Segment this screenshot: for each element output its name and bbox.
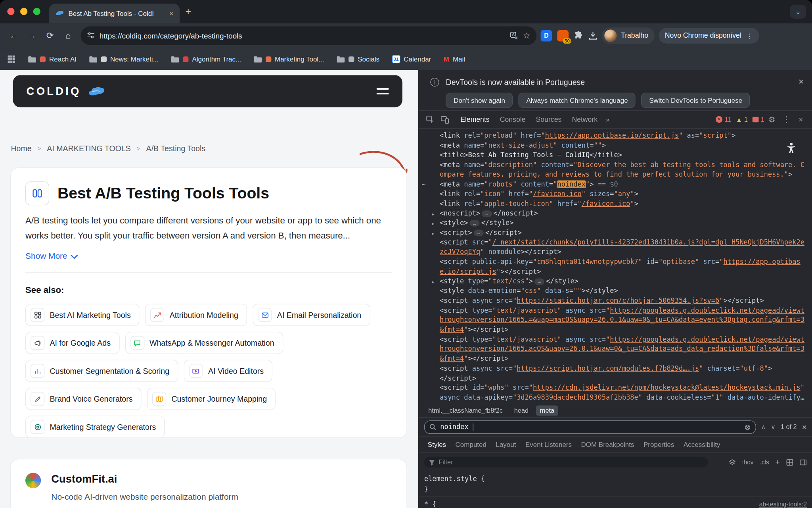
profile-chip[interactable]: Trabalho [602,27,655,44]
styles-tab-styles[interactable]: Styles [423,437,451,451]
category-chip[interactable]: WhatsApp & Messenger Automation [125,332,283,354]
dom-node-line[interactable]: &fmt=4"></script> [419,325,812,335]
warnings-badge[interactable]: ▲1 [736,116,748,123]
downloads-icon[interactable] [588,31,598,40]
dom-node-line[interactable]: async data-apikey="3d26a9839dacdechd1930… [419,393,812,402]
dom-node-line[interactable]: <script src="/_next/static/chunks/polyfi… [419,238,812,247]
url-text[interactable]: https://coldiq.com/category/ab-testing-t… [100,31,506,40]
dom-node-line[interactable]: <script async src="https://static.hotjar… [419,296,812,306]
styles-tab-layout[interactable]: Layout [491,437,521,451]
extension-seo-icon[interactable]: 50 [557,30,569,41]
dom-node-line[interactable]: </script> [419,373,812,383]
class-button[interactable]: .cls [760,458,769,466]
translate-icon[interactable]: Aa [510,31,518,40]
category-chip[interactable]: Customer Segmentation & Scoring [25,360,178,382]
breadcrumb-item[interactable]: A/B Testing Tools [146,144,206,153]
dom-node-line[interactable]: <title>Best Ab Testing Tools — ColdIQ</t… [419,150,812,160]
new-tab-button[interactable]: + [186,6,192,17]
extensions-puzzle-icon[interactable] [574,31,583,40]
apps-grid-icon[interactable] [7,55,15,63]
search-close-icon[interactable]: × [802,422,807,432]
dom-node-line[interactable]: <link rel="preload" href="https://app.op… [419,131,812,140]
dom-node-line[interactable]: <script id="wphs" src="https://cdn.jsdel… [419,383,812,393]
dom-node-line[interactable]: <meta name="next-size-adjust" content=""… [419,141,812,150]
dom-node-line[interactable]: <script async src="https://script.hotjar… [419,364,812,373]
match-chrome-language-button[interactable]: Always match Chrome's language [519,93,636,108]
category-chip[interactable]: Best AI Marketing Tools [25,304,140,326]
dom-crumb[interactable]: html.__className_fb8f2c [424,405,507,416]
hover-state-button[interactable]: :hov [742,458,754,466]
devtools-tab-elements[interactable]: Elements [455,112,495,126]
tab-close-icon[interactable]: × [169,10,174,18]
dom-node-line[interactable]: &fmt=4"></script> [419,354,812,364]
category-chip[interactable]: Marketing Strategy Generators [25,416,165,438]
dom-node-line[interactable]: ▶<style>…</style> [419,218,812,228]
more-tabs-icon[interactable]: » [603,115,612,123]
dom-node-line[interactable]: <script type="text/javascript" async src… [419,335,812,344]
dom-crumb[interactable]: meta [536,405,558,416]
computed-grid-icon[interactable] [786,458,793,466]
forward-button[interactable]: → [23,27,40,44]
tool-listing-card[interactable]: CustomFit.ai No-code AI-driven website p… [10,459,407,508]
hamburger-menu-icon[interactable] [377,88,389,94]
dom-node-line[interactable]: <meta name="description" content="Discov… [419,160,812,170]
bookmark-item[interactable]: Socials [337,55,379,63]
dom-node-line[interactable]: ▶<style type="text/css">…</style> [419,277,812,286]
bookmark-item[interactable]: News: Marketi... [89,55,158,63]
dom-node-line[interactable]: e.io/script.js"></script> [419,267,812,276]
sidebar-toggle-icon[interactable] [800,458,807,466]
switch-devtools-portuguese-button[interactable]: Switch DevTools to Portuguese [642,93,750,108]
menu-kebab-icon[interactable]: ⋮ [746,31,753,40]
dom-node-line[interactable]: ▶<script>…</script> [419,228,812,238]
dom-node-line[interactable]: hroughconversion/1665…=&uap=macOS&uapv=2… [419,316,812,325]
dom-crumb[interactable]: head [510,405,532,416]
errors-badge[interactable]: ✕11 [716,116,731,123]
dom-node-line[interactable]: <script type="text/javascript" async src… [419,306,812,315]
bookmark-item[interactable]: Marketing Tool... [253,55,324,63]
styles-filter-input[interactable]: Filter [424,457,708,468]
devtools-kebab-icon[interactable]: ⋮ [779,113,793,125]
devtools-tab-console[interactable]: Console [495,112,531,126]
home-button[interactable]: ⌂ [59,27,77,44]
category-chip[interactable]: Attribution Modeling [145,304,247,326]
expand-arrow-icon[interactable]: ▶ [432,210,434,219]
dom-node-line[interactable]: <link rel="apple-touch-icon" href="/favi… [419,199,812,208]
universal-selector-rule[interactable]: * { [424,499,437,508]
category-chip[interactable]: Brand Voice Generators [25,388,142,410]
chrome-update-button[interactable]: Novo Chrome disponível ⋮ [659,28,759,43]
dom-node-line[interactable]: hroughconversion/1665…acOS&uapv=26.0.1&u… [419,344,812,354]
banner-close-icon[interactable]: × [799,77,804,87]
dom-node-line[interactable]: <style data-emotion="css" data-s=""></st… [419,286,812,296]
dom-node-line[interactable]: zcJV7oqEYq" nomodule></script> [419,248,812,257]
dom-node-line[interactable]: <link rel="icon" href="/favicon.ico" siz… [419,189,812,199]
bookmark-item[interactable]: 31Calendar [392,55,431,63]
extension-d-icon[interactable]: D [541,30,552,41]
category-chip[interactable]: Customer Journey Mapping [147,388,276,410]
close-window-button[interactable] [7,8,14,15]
selected-node-menu-icon[interactable]: ⋯ [421,180,426,189]
inspect-element-icon[interactable] [423,113,437,125]
tab-search-chevron-icon[interactable]: ⌄ [790,5,806,19]
dom-node-line[interactable]: ▶<noscript>…</noscript> [419,209,812,218]
expand-arrow-icon[interactable]: ▶ [432,229,434,239]
show-more-link[interactable]: Show More [25,252,76,261]
browser-tab[interactable]: Best Ab Testing Tools - ColdI × [49,4,180,23]
styles-tab-dom-breakpoints[interactable]: DOM Breakpoints [576,437,639,451]
reload-button[interactable]: ⟳ [41,27,58,44]
styles-tab-accessibility[interactable]: Accessibility [679,437,725,451]
dom-node-line[interactable]: <script public-api-key="cm8hlqnta01t4wno… [419,257,812,267]
breadcrumb-item[interactable]: Home [11,144,31,153]
search-query[interactable]: noindex [440,423,469,431]
site-logo-text[interactable]: COLDIQ [27,85,81,97]
new-style-rule-button[interactable]: + [776,458,780,466]
clear-search-icon[interactable]: ⊗ [744,422,751,432]
category-chip[interactable]: AI for Google Ads [25,332,119,354]
breadcrumb-item[interactable]: AI MARKETING TOOLS [47,144,131,153]
device-toolbar-icon[interactable] [438,113,452,125]
layers-icon[interactable] [728,458,735,466]
tool-name[interactable]: CustomFit.ai [51,473,238,485]
category-chip[interactable]: AI Email Personalization [253,304,370,326]
devtools-close-icon[interactable]: × [794,113,808,125]
bookmark-item[interactable]: MMail [444,55,465,63]
devtools-tab-network[interactable]: Network [567,112,603,126]
